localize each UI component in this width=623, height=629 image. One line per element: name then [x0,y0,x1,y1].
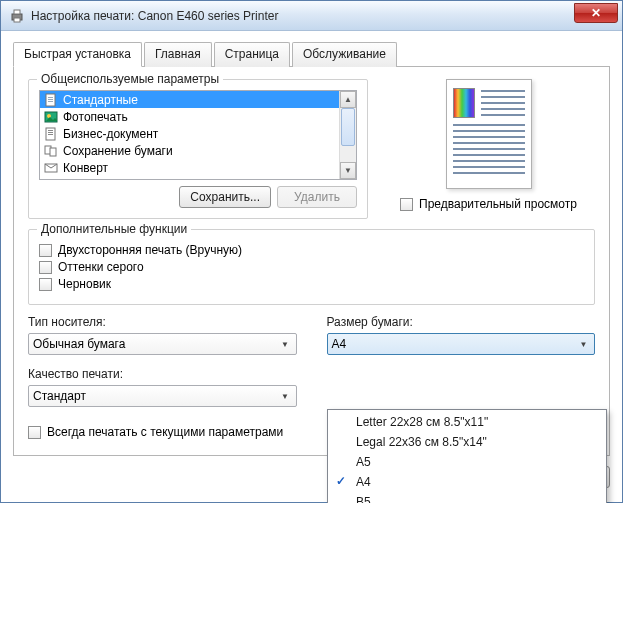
scroll-thumb[interactable] [341,108,355,146]
svg-rect-4 [48,97,53,98]
svg-rect-1 [14,10,20,14]
duplex-label: Двухсторонняя печать (Вручную) [58,243,242,257]
preview-checkbox-label: Предварительный просмотр [419,197,577,211]
grayscale-checkbox-row[interactable]: Оттенки серого [39,260,584,274]
svg-rect-10 [48,130,53,131]
grayscale-checkbox[interactable] [39,261,52,274]
size-dropdown[interactable]: Letter 22x28 см 8.5"x11" Legal 22x36 см … [327,409,607,503]
client-area: Быстрая установка Главная Страница Обслу… [1,31,622,502]
svg-rect-6 [48,101,53,102]
scroll-down-button[interactable]: ▼ [340,162,356,179]
tab-maintenance[interactable]: Обслуживание [292,42,397,67]
preset-item-papersave[interactable]: Сохранение бумаги [40,142,339,159]
preset-item-photo[interactable]: Фотопечать [40,108,339,125]
titlebar[interactable]: Настройка печати: Canon E460 series Prin… [1,1,622,31]
quality-value: Стандарт [33,389,86,403]
presets-scrollbar[interactable]: ▲ ▼ [339,91,356,179]
size-option-letter[interactable]: Letter 22x28 см 8.5"x11" [328,412,606,432]
preview-page [446,79,532,189]
duplex-checkbox[interactable] [39,244,52,257]
quality-label: Качество печати: [28,367,297,381]
svg-rect-11 [48,132,53,133]
size-option-b5[interactable]: B5 [328,492,606,503]
tab-content: Общеиспользуемые параметры Стандартные Ф… [13,67,610,456]
draft-checkbox-row[interactable]: Черновик [39,277,584,291]
extra-group-title: Дополнительные функции [37,222,191,236]
size-value: A4 [332,337,347,351]
printer-icon [9,8,25,24]
svg-rect-5 [48,99,53,100]
duplex-checkbox-row[interactable]: Двухсторонняя печать (Вручную) [39,243,584,257]
preset-item-standard[interactable]: Стандартные [40,91,339,108]
svg-rect-14 [50,148,56,156]
window-title: Настройка печати: Canon E460 series Prin… [31,9,278,23]
presets-group-title: Общеиспользуемые параметры [37,72,223,86]
tab-strip: Быстрая установка Главная Страница Обслу… [13,41,610,67]
tab-quick-setup[interactable]: Быстрая установка [13,42,142,67]
presets-listbox[interactable]: Стандартные Фотопечать Бизнес-документ [39,90,357,180]
always-checkbox-row[interactable]: Всегда печатать с текущими параметрами [28,425,283,439]
envelope-icon [43,160,59,176]
quality-combobox[interactable]: Стандарт ▼ [28,385,297,407]
media-combobox[interactable]: Обычная бумага ▼ [28,333,297,355]
svg-rect-2 [14,18,20,22]
presets-group: Общеиспользуемые параметры Стандартные Ф… [28,79,368,219]
tab-page[interactable]: Страница [214,42,290,67]
business-doc-icon [43,126,59,142]
draft-checkbox[interactable] [39,278,52,291]
size-option-legal[interactable]: Legal 22x36 см 8.5"x14" [328,432,606,452]
tab-main[interactable]: Главная [144,42,212,67]
delete-preset-button: Удалить [277,186,357,208]
extra-functions-group: Дополнительные функции Двухсторонняя печ… [28,229,595,305]
media-label: Тип носителя: [28,315,297,329]
size-label: Размер бумаги: [327,315,596,329]
check-icon: ✓ [336,474,346,488]
preset-item-envelope[interactable]: Конверт [40,159,339,176]
preview-pane: Предварительный просмотр [382,79,595,229]
photo-icon [43,109,59,125]
paper-save-icon [43,143,59,159]
size-option-a5[interactable]: A5 [328,452,606,472]
size-combobox[interactable]: A4 ▼ [327,333,596,355]
scroll-up-button[interactable]: ▲ [340,91,356,108]
rainbow-swatch [453,88,475,118]
always-checkbox[interactable] [28,426,41,439]
draft-label: Черновик [58,277,111,291]
size-option-a4[interactable]: ✓A4 [328,472,606,492]
preview-checkbox-row[interactable]: Предварительный просмотр [400,197,577,211]
close-icon: ✕ [591,6,601,20]
preset-item-business[interactable]: Бизнес-документ [40,125,339,142]
save-preset-button[interactable]: Сохранить... [179,186,271,208]
print-settings-window: Настройка печати: Canon E460 series Prin… [0,0,623,503]
preview-checkbox[interactable] [400,198,413,211]
close-button[interactable]: ✕ [574,3,618,23]
document-icon [43,92,59,108]
svg-rect-12 [48,134,53,135]
always-label: Всегда печатать с текущими параметрами [47,425,283,439]
chevron-down-icon: ▼ [575,335,592,353]
media-value: Обычная бумага [33,337,125,351]
chevron-down-icon: ▼ [277,387,294,405]
chevron-down-icon: ▼ [277,335,294,353]
grayscale-label: Оттенки серого [58,260,144,274]
